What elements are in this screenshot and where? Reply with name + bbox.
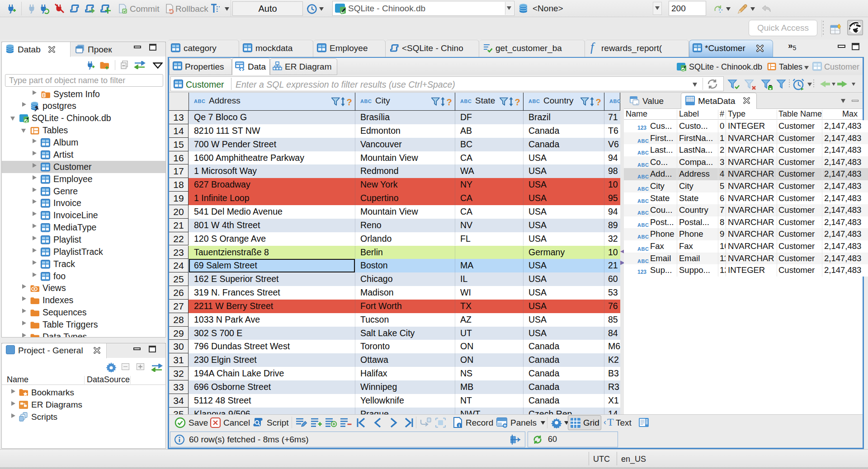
svg-text:i: i xyxy=(458,422,460,428)
svg-text:?: ? xyxy=(596,97,601,107)
svg-text:?: ? xyxy=(347,97,352,107)
svg-text:?: ? xyxy=(447,97,452,107)
svg-text:?: ? xyxy=(515,97,520,107)
